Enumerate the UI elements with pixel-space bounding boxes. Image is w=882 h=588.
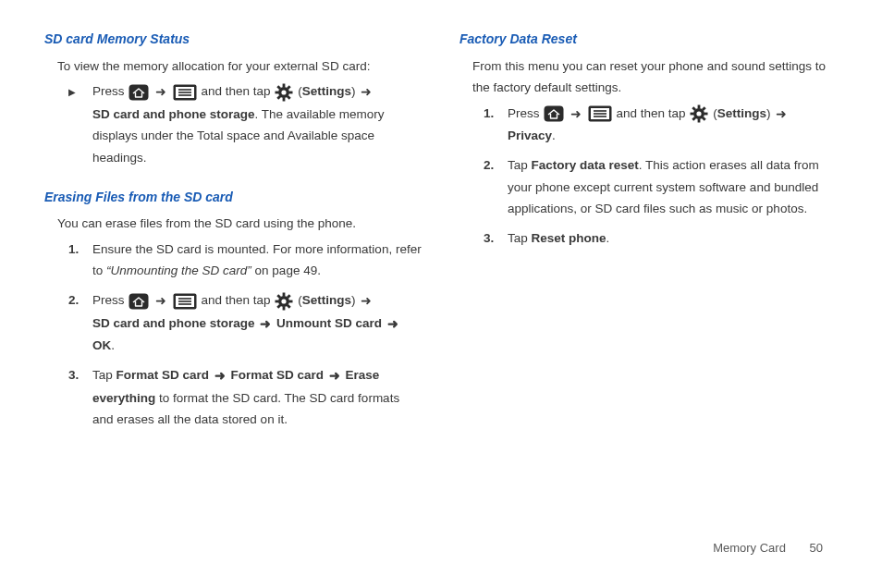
text: on page 49. xyxy=(251,263,321,277)
step-number: 1. xyxy=(68,239,92,282)
page-footer: Memory Card 50 xyxy=(713,541,823,555)
intro-factory-reset: From this menu you can reset your phone … xyxy=(472,55,838,99)
arrow-icon: ➜ xyxy=(329,368,340,383)
arrow-icon: ➜ xyxy=(260,316,271,331)
list-item: 2. Tap Factory data reset. This action e… xyxy=(484,154,838,220)
text: ) xyxy=(351,84,359,98)
step-sd-memory: Press ➜ and then tap (Settings) ➜ SD car… xyxy=(68,80,423,169)
step-number: 1. xyxy=(484,103,508,147)
text: and then tap xyxy=(202,293,275,307)
page-number: 50 xyxy=(810,541,823,555)
menu-icon xyxy=(173,293,197,310)
intro-sd-memory: To view the memory allocation for your e… xyxy=(57,55,423,78)
heading-sd-memory-status: SD card Memory Status xyxy=(44,28,423,51)
arrow-icon: ➜ xyxy=(155,84,166,99)
bold-text: OK xyxy=(92,338,111,352)
home-icon xyxy=(129,293,149,310)
text: Press xyxy=(92,84,128,98)
list-item: 2. Press ➜ and then tap (Settings) ➜ SD … xyxy=(68,289,423,357)
menu-icon xyxy=(173,84,197,101)
arrow-icon: ➜ xyxy=(361,84,372,99)
step-number: 3. xyxy=(68,364,92,431)
menu-icon xyxy=(588,105,612,122)
list-item: 1. Ensure the SD card is mounted. For mo… xyxy=(68,239,423,282)
arrow-icon: ➜ xyxy=(155,293,166,308)
text: Tap xyxy=(92,368,116,382)
bold-text: SD card and phone storage xyxy=(92,107,255,121)
bold-text: SD card and phone storage xyxy=(92,316,258,330)
text: . xyxy=(552,129,556,142)
right-column: Factory Data Reset From this menu you ca… xyxy=(459,28,838,438)
arrow-icon: ➜ xyxy=(570,106,582,121)
list-item: 3. Tap Format SD card ➜ Format SD card ➜… xyxy=(68,364,423,431)
bold-text: Format SD card xyxy=(116,368,213,382)
bold-text: Unmount SD card xyxy=(273,316,386,330)
text: . xyxy=(111,338,115,352)
step-number: 2. xyxy=(68,289,92,357)
settings-label: Settings xyxy=(717,106,766,120)
footer-section: Memory Card xyxy=(713,541,786,555)
bullet-triangle-icon xyxy=(68,80,92,169)
text: Tap xyxy=(508,231,532,245)
arrow-icon: ➜ xyxy=(387,316,398,331)
text: and then tap xyxy=(617,106,690,120)
arrow-icon: ➜ xyxy=(361,293,372,308)
bold-text: Format SD card xyxy=(227,368,327,382)
home-icon xyxy=(544,105,564,122)
step-number: 2. xyxy=(484,154,508,220)
bold-text: Factory data reset xyxy=(532,158,639,172)
bold-text: Privacy xyxy=(508,129,552,142)
list-item: 1. Press ➜ and then tap (Settings) ➜ Pri… xyxy=(484,103,838,147)
text: ) xyxy=(351,293,359,307)
arrow-icon: ➜ xyxy=(214,368,226,383)
text: . xyxy=(606,231,610,245)
step-number: 3. xyxy=(484,227,508,250)
settings-label: Settings xyxy=(302,84,351,98)
list-item: 3. Tap Reset phone. xyxy=(484,227,838,250)
text: Tap xyxy=(508,158,532,172)
gear-icon xyxy=(275,83,293,102)
text: ) xyxy=(766,106,774,120)
reference-italic: “Unmounting the SD card” xyxy=(106,263,251,277)
text: Press xyxy=(508,106,543,120)
text: and then tap xyxy=(202,84,275,98)
heading-factory-reset: Factory Data Reset xyxy=(459,28,838,51)
arrow-icon: ➜ xyxy=(776,106,787,121)
left-column: SD card Memory Status To view the memory… xyxy=(44,28,423,438)
bold-text: Reset phone xyxy=(532,231,606,245)
intro-erasing: You can erase files from the SD card usi… xyxy=(57,213,423,235)
text: Press xyxy=(92,293,128,307)
home-icon xyxy=(129,84,149,101)
settings-label: Settings xyxy=(302,293,351,307)
gear-icon xyxy=(275,292,293,311)
gear-icon xyxy=(690,104,708,123)
heading-erasing-files: Erasing Files from the SD card xyxy=(44,186,423,209)
